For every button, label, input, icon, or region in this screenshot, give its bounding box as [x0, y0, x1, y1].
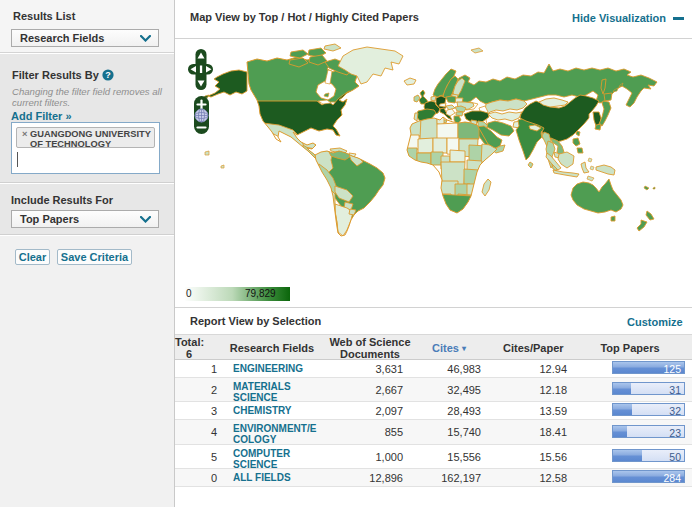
svg-text:?: ?	[105, 70, 111, 80]
